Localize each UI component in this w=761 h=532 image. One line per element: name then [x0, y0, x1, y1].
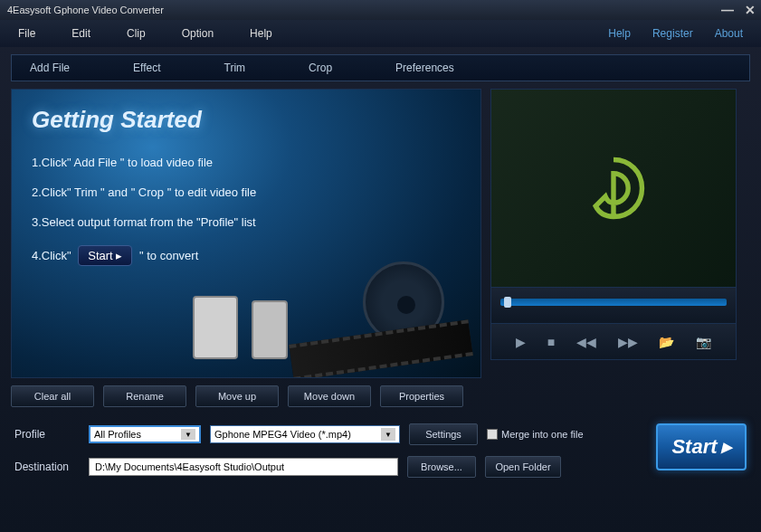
menu-clip[interactable]: Clip: [127, 27, 146, 40]
toolbar-add-file[interactable]: Add File: [30, 62, 70, 74]
menu-edit[interactable]: Edit: [71, 27, 90, 40]
step-1: 1.Click" Add File " to load video file: [32, 156, 461, 169]
clear-all-button[interactable]: Clear all: [11, 385, 94, 407]
link-help[interactable]: Help: [608, 27, 631, 40]
toolbar: Add File Effect Trim Crop Preferences: [11, 54, 750, 81]
next-icon[interactable]: ▶▶: [618, 335, 638, 349]
seek-slider[interactable]: [500, 299, 727, 306]
step-2: 2.Click" Trim " and " Crop " to edit vid…: [32, 185, 461, 199]
snapshot-icon[interactable]: 📷: [696, 335, 711, 349]
play-arrow-icon: ▸: [721, 435, 731, 459]
merge-checkbox-wrap[interactable]: Merge into one file: [487, 429, 584, 440]
step-3: 3.Select output format from the "Profile…: [32, 215, 461, 229]
merge-checkbox[interactable]: [487, 429, 498, 440]
profile-format-dropdown[interactable]: Gphone MPEG4 Video (*.mp4) ▼: [210, 425, 400, 443]
seek-area: [490, 288, 737, 324]
chevron-down-icon: ▼: [381, 428, 395, 441]
menu-file[interactable]: File: [18, 27, 35, 40]
move-down-button[interactable]: Move down: [288, 385, 371, 407]
menubar: File Edit Clip Option Help Help Register…: [0, 20, 761, 47]
app-logo-icon: [573, 147, 654, 229]
properties-button[interactable]: Properties: [380, 385, 463, 407]
toolbar-trim[interactable]: Trim: [224, 62, 246, 74]
merge-label: Merge into one file: [501, 429, 584, 440]
toolbar-effect[interactable]: Effect: [133, 62, 160, 74]
link-register[interactable]: Register: [652, 27, 693, 40]
destination-label: Destination: [14, 461, 80, 473]
app-window: 4Easysoft Gphone Video Converter — ✕ Fil…: [0, 0, 761, 532]
stop-icon[interactable]: ■: [547, 335, 555, 349]
preview-area: [490, 89, 737, 288]
minimize-icon[interactable]: —: [721, 3, 734, 17]
play-icon[interactable]: ▶: [516, 335, 526, 349]
menu-option[interactable]: Option: [182, 27, 214, 40]
menu-help[interactable]: Help: [250, 27, 272, 40]
prev-icon[interactable]: ◀◀: [576, 335, 596, 349]
toolbar-preferences[interactable]: Preferences: [395, 62, 454, 74]
toolbar-crop[interactable]: Crop: [309, 62, 332, 74]
settings-button[interactable]: Settings: [409, 423, 478, 445]
phone-icon: [193, 296, 238, 359]
profile-filter-dropdown[interactable]: All Profiles ▼: [89, 425, 201, 443]
welcome-panel: Getting Started 1.Click" Add File " to l…: [11, 89, 481, 378]
close-icon[interactable]: ✕: [745, 3, 756, 17]
welcome-title: Getting Started: [32, 106, 461, 134]
phone-icon: [252, 300, 288, 359]
start-button[interactable]: Start ▸: [656, 423, 747, 470]
profile-label: Profile: [14, 428, 80, 441]
open-icon[interactable]: 📂: [659, 335, 674, 349]
rename-button[interactable]: Rename: [103, 385, 186, 407]
titlebar: 4Easysoft Gphone Video Converter — ✕: [0, 0, 761, 20]
chevron-down-icon: ▼: [181, 429, 195, 440]
link-about[interactable]: About: [715, 27, 743, 40]
app-title: 4Easysoft Gphone Video Converter: [7, 5, 164, 15]
destination-input[interactable]: [89, 458, 398, 476]
player-controls: ▶ ■ ◀◀ ▶▶ 📂 📷: [490, 324, 737, 360]
seek-thumb[interactable]: [504, 297, 511, 308]
move-up-button[interactable]: Move up: [195, 385, 279, 407]
browse-button[interactable]: Browse...: [407, 456, 476, 478]
open-folder-button[interactable]: Open Folder: [485, 456, 561, 478]
start-badge: Start ▸: [78, 245, 132, 266]
